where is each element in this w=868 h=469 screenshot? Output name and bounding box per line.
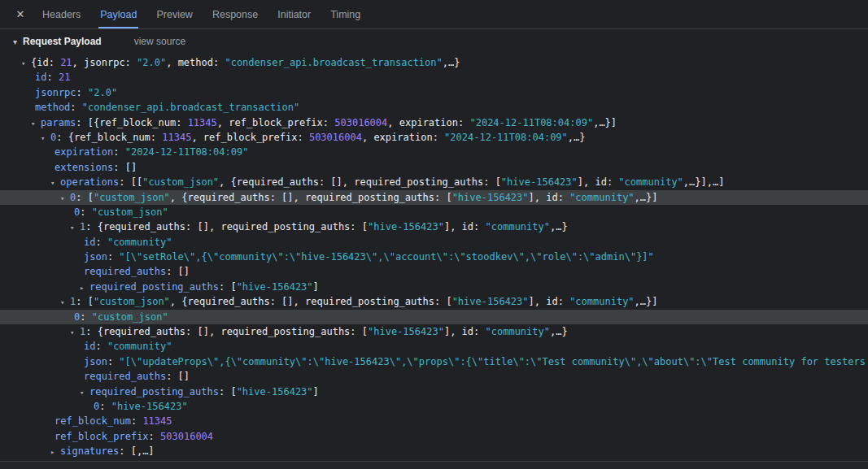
expander-closed-icon[interactable]: ▸ — [80, 280, 89, 294]
payload-tree-row[interactable]: method: "condenser_api.broadcast_transac… — [0, 100, 868, 115]
payload-tree-row[interactable]: ▾operations: [["custom_json", {required_… — [0, 175, 868, 189]
tab-preview[interactable]: Preview — [147, 0, 201, 28]
syntax-text: : — [80, 206, 91, 218]
payload-tree-row[interactable]: extensions: [] — [0, 160, 868, 175]
property-key: jsonrpc — [35, 87, 76, 98]
payload-tree-row[interactable]: required_auths: [] — [0, 264, 868, 279]
tab-payload[interactable]: Payload — [91, 0, 146, 28]
string-value: "community" — [569, 192, 634, 203]
payload-tree-row[interactable]: 0: "hive-156423" — [0, 399, 868, 414]
payload-tree-row[interactable]: expiration: "2024-12-11T08:04:09" — [0, 145, 868, 159]
close-icon[interactable]: ✕ — [8, 0, 33, 28]
syntax-text: : — [95, 341, 107, 352]
payload-tree-row[interactable]: ▾1: ["custom_json", {required_auths: [],… — [0, 294, 868, 309]
expander-open-icon[interactable]: ▾ — [41, 131, 50, 145]
syntax-text: : — [113, 146, 124, 158]
syntax-text: ], id: — [444, 221, 486, 232]
syntax-text: ,…}] — [593, 117, 617, 128]
payload-tree-row[interactable]: ref_block_prefix: 503016004 — [0, 429, 868, 444]
tab-headers[interactable]: Headers — [33, 0, 89, 28]
syntax-text: : [] — [166, 266, 190, 277]
string-value: "hive-156423" — [237, 386, 313, 397]
tab-timing[interactable]: Timing — [321, 0, 369, 28]
expander-open-icon[interactable]: ▾ — [60, 191, 70, 205]
syntax-text: , {required_auths: [], required_posting_… — [219, 176, 501, 188]
number-value: 503016004 — [334, 117, 387, 128]
payload-tree-row[interactable]: json: "[\"setRole\",{\"community\":\"hiv… — [0, 250, 868, 264]
syntax-text: ,…}],…] — [683, 176, 725, 188]
expander-open-icon[interactable]: ▾ — [80, 385, 89, 399]
syntax-text: , {required_auths: [], required_posting_… — [170, 192, 452, 203]
property-key: expiration — [55, 146, 113, 158]
syntax-text: : [{ref_block_num: — [76, 117, 187, 128]
payload-tree-row[interactable]: jsonrpc: "2.0" — [0, 85, 868, 100]
bottom-divider — [0, 461, 868, 469]
syntax-text: : [ — [219, 281, 237, 293]
string-value: "2024-12-11T08:04:09" — [469, 117, 593, 128]
expander-open-icon[interactable]: ▾ — [31, 116, 41, 130]
syntax-text: : {ref_block_num: — [56, 132, 162, 143]
syntax-text: : — [149, 431, 160, 442]
property-key: method — [35, 102, 70, 113]
request-payload-header: ▾ Request Payload view source — [0, 29, 868, 54]
string-value: "hive-156423" — [501, 176, 578, 188]
syntax-text: ], id: — [444, 326, 486, 337]
syntax-text: : [,…] — [119, 445, 154, 457]
syntax-text: , ref_block_prefix: — [191, 132, 309, 143]
string-value: "community" — [618, 176, 683, 188]
syntax-text: ,…} — [550, 221, 568, 232]
payload-tree-row[interactable]: required_auths: [] — [0, 369, 868, 384]
tab-response[interactable]: Response — [203, 0, 267, 28]
payload-tree-row[interactable]: id: 21 — [0, 70, 868, 85]
syntax-text: : [[ — [119, 176, 142, 188]
payload-tree-row[interactable]: json: "[\"updateProps\",{\"community\":\… — [0, 354, 868, 369]
payload-tree-row[interactable]: id: "community" — [0, 339, 868, 354]
string-value: "custom_json" — [92, 206, 168, 218]
syntax-text: , expiration: — [387, 117, 469, 128]
payload-tree-row[interactable]: ▾1: {required_auths: [], required_postin… — [0, 219, 868, 234]
expander-open-icon[interactable]: ▾ — [50, 176, 60, 189]
property-key: id — [35, 72, 46, 83]
property-key: json — [84, 251, 107, 263]
payload-tree-row[interactable]: ▾params: [{ref_block_num: 11345, ref_blo… — [0, 115, 868, 130]
request-payload-expander-icon[interactable]: ▾ — [13, 37, 23, 46]
number-value: 11345 — [188, 117, 217, 128]
syntax-text: ,…} — [550, 326, 568, 337]
payload-tree-row[interactable]: ▾{id: 21, jsonrpc: "2.0", method: "conde… — [0, 55, 868, 70]
syntax-text: : [] — [113, 162, 137, 173]
property-key: extensions — [55, 162, 113, 173]
expander-open-icon[interactable]: ▾ — [70, 325, 80, 339]
string-value: "hive-156423" — [111, 401, 188, 412]
string-value: "hive-156423" — [368, 221, 444, 232]
syntax-text: : — [99, 401, 111, 412]
tab-initiator[interactable]: Initiator — [268, 0, 320, 28]
string-value: "hive-156423" — [237, 281, 313, 293]
string-value: "2.0" — [137, 57, 166, 68]
payload-tree-row[interactable]: ▾required_posting_auths: ["hive-156423"] — [0, 384, 868, 399]
property-key: ref_block_num — [55, 415, 131, 427]
string-value: "community" — [486, 326, 550, 337]
payload-tree-row[interactable]: id: "community" — [0, 235, 868, 250]
payload-tree-row[interactable]: 0: "custom_json" — [0, 205, 868, 219]
payload-tree-row[interactable]: ▸signatures: [,…] — [0, 444, 868, 458]
number-value: 11345 — [142, 415, 172, 427]
syntax-text: : {required_auths: [], required_posting_… — [85, 326, 368, 337]
syntax-text: : — [76, 87, 88, 98]
syntax-text: : — [46, 72, 58, 83]
payload-tree-row[interactable]: ▾1: {required_auths: [], required_postin… — [0, 324, 868, 339]
payload-tree-row[interactable]: 0: "custom_json" — [0, 310, 868, 324]
expander-open-icon[interactable]: ▾ — [21, 56, 31, 70]
string-value: "custom_json" — [94, 296, 170, 307]
payload-tree-row[interactable]: ▸required_posting_auths: ["hive-156423"] — [0, 280, 868, 294]
string-value: "community" — [486, 221, 550, 232]
payload-tree-row[interactable]: ▾0: ["custom_json", {required_auths: [],… — [0, 190, 868, 205]
expander-open-icon[interactable]: ▾ — [70, 220, 80, 234]
view-source-link[interactable]: view source — [134, 36, 185, 47]
payload-tree-row[interactable]: ref_block_num: 11345 — [0, 414, 868, 428]
property-key: id — [84, 341, 95, 352]
syntax-text: ], id: — [529, 192, 570, 203]
payload-tree-row[interactable]: ▾0: {ref_block_num: 11345, ref_block_pre… — [0, 130, 868, 145]
expander-closed-icon[interactable]: ▸ — [50, 445, 60, 458]
expander-open-icon[interactable]: ▾ — [60, 295, 70, 309]
network-detail-tabbar: ✕ HeadersPayloadPreviewResponseInitiator… — [0, 0, 868, 29]
